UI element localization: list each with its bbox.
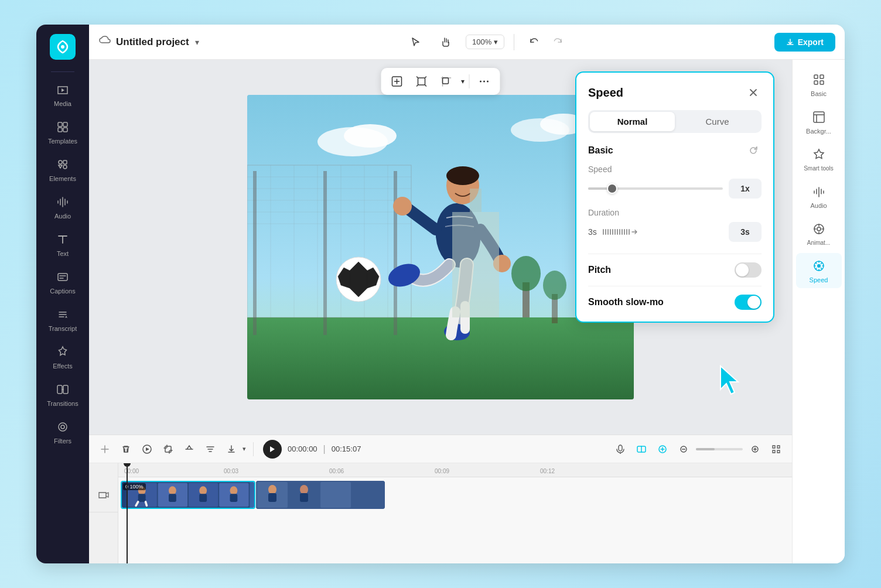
video-clips: 0 100% (118, 481, 385, 509)
tick (624, 229, 625, 235)
split-clip-button[interactable] (96, 440, 114, 458)
zoom-in-button[interactable] (746, 440, 764, 458)
zoom-slider[interactable] (696, 448, 743, 450)
playhead[interactable] (127, 463, 128, 563)
video-clip-1[interactable]: 0 100% (121, 481, 255, 509)
speed-panel-close-button[interactable] (745, 84, 762, 101)
svg-point-21 (344, 124, 397, 148)
canvas-toolbar-separator (469, 74, 470, 88)
speed-tab-normal[interactable]: Normal (590, 112, 675, 131)
right-panel-label-basic: Basic (811, 90, 827, 97)
elements-icon (54, 156, 71, 173)
zoom-chevron: ▾ (494, 37, 498, 46)
svg-rect-15 (443, 78, 449, 84)
filters-icon (54, 419, 71, 435)
duration-row: 3s (588, 222, 762, 242)
speed-basic-section-header: Basic (588, 142, 762, 159)
select-tool-button[interactable] (405, 32, 426, 53)
sidebar-item-transitions[interactable]: Transitions (40, 377, 86, 412)
right-panel-item-basic[interactable]: Basic (796, 67, 842, 102)
duration-ticks[interactable] (603, 228, 723, 235)
timeline-content: 00:00 00:03 00:06 00:09 00:12 (89, 463, 792, 563)
effects-icon (54, 344, 71, 360)
download-chevron[interactable]: ▾ (243, 445, 246, 453)
speed-panel: Speed Normal Curve Basic (575, 71, 774, 323)
speed-slider-track[interactable] (588, 187, 723, 190)
ruler-mark-3: 00:09 (435, 468, 449, 474)
speed-tab-curve[interactable]: Curve (675, 112, 760, 131)
svg-rect-87 (814, 75, 818, 78)
transitions-icon (54, 381, 71, 398)
svg-rect-89 (814, 81, 818, 84)
ruler-mark-4: 00:12 (540, 468, 555, 474)
zoom-out-button[interactable] (675, 440, 692, 458)
audio-icon (54, 194, 71, 210)
timeline-divider (253, 442, 254, 456)
crop-tool-button[interactable] (159, 440, 177, 458)
smooth-divider (588, 286, 762, 286)
sidebar-item-templates[interactable]: Templates (40, 114, 86, 149)
sidebar-item-audio[interactable]: Audio (40, 189, 86, 224)
crop-chevron[interactable]: ▾ (461, 77, 465, 86)
timeline-play-button[interactable] (263, 440, 282, 459)
speed-basic-section-title: Basic (588, 145, 613, 156)
sidebar-item-elements[interactable]: Elements (40, 152, 86, 187)
right-panel-item-audio[interactable]: Audio (796, 179, 842, 214)
pitch-divider (588, 254, 762, 254)
tick (629, 229, 630, 235)
split-audio-button[interactable] (633, 440, 650, 458)
microphone-button[interactable] (612, 440, 629, 458)
download-button[interactable] (223, 440, 240, 458)
right-panel-item-speed[interactable]: Speed (796, 253, 842, 288)
zoom-control[interactable]: 100% ▾ (466, 35, 504, 49)
sidebar-item-media[interactable]: Media (40, 77, 86, 112)
fit-timeline-button[interactable] (767, 440, 785, 458)
detach-audio-button[interactable] (654, 440, 671, 458)
svg-rect-4 (63, 128, 67, 132)
sidebar-item-transcript[interactable]: Transcript (40, 302, 86, 337)
tick (605, 229, 606, 235)
filter-timeline-button[interactable] (202, 440, 219, 458)
hand-tool-button[interactable] (435, 32, 456, 53)
sidebar-item-captions[interactable]: Captions (40, 264, 86, 299)
sidebar-item-text[interactable]: Text (40, 227, 86, 262)
audio-trim-button[interactable] (180, 440, 198, 458)
add-media-button[interactable] (387, 71, 407, 91)
right-panel: Basic Backgr... Smart tools (792, 60, 845, 563)
ruler-mark-1: 00:03 (224, 468, 238, 474)
sidebar-item-label-captions: Captions (50, 288, 75, 295)
speed-slider-fill (588, 187, 609, 190)
project-title-chevron[interactable]: ▾ (195, 37, 199, 47)
svg-rect-88 (820, 75, 824, 78)
duration-start: 3s (588, 227, 597, 237)
svg-point-76 (230, 486, 238, 495)
video-clip-2[interactable] (256, 481, 385, 509)
sidebar-divider (51, 71, 74, 72)
zoom-level: 100% (472, 37, 491, 46)
crop-button[interactable] (436, 71, 456, 91)
media-icon (54, 81, 71, 98)
video-track: 0 100% (118, 477, 792, 512)
canvas-wrapper[interactable]: ▾ (89, 60, 792, 435)
speed-slider-thumb[interactable] (607, 183, 617, 194)
smooth-toggle[interactable] (735, 295, 762, 310)
tick (614, 229, 616, 235)
tick (612, 229, 613, 235)
redo-button[interactable] (547, 32, 568, 53)
sidebar-item-effects[interactable]: Effects (40, 339, 86, 374)
right-panel-item-smart-tools[interactable]: Smart tools (796, 142, 842, 176)
right-panel-item-background[interactable]: Backgr... (796, 104, 842, 139)
export-button[interactable]: Export (774, 33, 835, 52)
play-clip-button[interactable] (138, 440, 156, 458)
more-options-button[interactable] (474, 71, 494, 91)
topbar-divider (514, 34, 514, 50)
right-panel-item-animation[interactable]: Animat... (796, 216, 842, 251)
fit-button[interactable] (412, 71, 432, 91)
delete-button[interactable] (117, 440, 135, 458)
pitch-toggle[interactable] (735, 262, 762, 278)
speed-reset-button[interactable] (745, 142, 762, 159)
svg-rect-52 (452, 212, 499, 317)
video-clip-thumb-2 (256, 481, 385, 509)
sidebar-item-filters[interactable]: Filters (40, 414, 86, 449)
undo-button[interactable] (524, 32, 545, 53)
